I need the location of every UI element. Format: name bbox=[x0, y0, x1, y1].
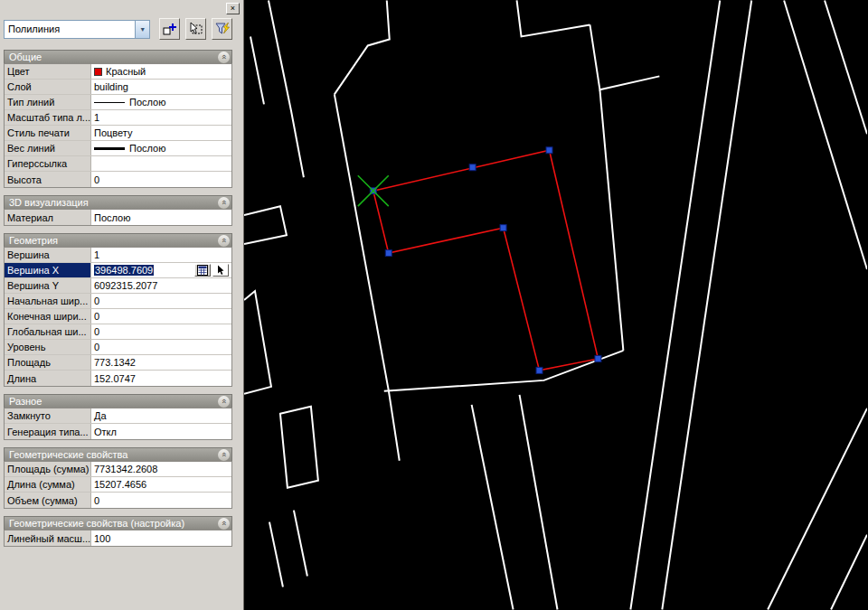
property-value[interactable]: Да bbox=[91, 408, 231, 423]
property-row[interactable]: Слойbuilding bbox=[5, 80, 231, 95]
property-value[interactable]: 1 bbox=[91, 248, 231, 262]
property-row[interactable]: Площадь (сумма)7731342.2608 bbox=[5, 462, 231, 477]
property-value[interactable]: 7731342.2608 bbox=[91, 462, 231, 476]
property-label[interactable]: Цвет bbox=[5, 64, 91, 79]
property-row[interactable]: Конечная шири...0 bbox=[5, 309, 231, 324]
property-row[interactable]: Глобальная ши...0 bbox=[5, 324, 231, 340]
property-label[interactable]: Стиль печати bbox=[5, 126, 91, 140]
property-label[interactable]: Замкнуто bbox=[5, 408, 91, 423]
cad-drawing bbox=[244, 0, 867, 610]
property-label[interactable]: Гиперссылка bbox=[5, 156, 91, 171]
value-text: building bbox=[94, 81, 128, 92]
collapse-chevron-icon[interactable]: « bbox=[218, 197, 230, 209]
property-value[interactable]: Послою bbox=[91, 141, 231, 155]
property-row[interactable]: Площадь773.1342 bbox=[5, 355, 231, 371]
property-label[interactable]: Материал bbox=[5, 210, 91, 225]
property-label[interactable]: Масштаб типа л... bbox=[5, 110, 91, 125]
section-header[interactable]: Геометрические свойства« bbox=[4, 447, 232, 461]
property-value[interactable]: 152.0747 bbox=[91, 371, 231, 386]
property-row[interactable]: Генерация типа...Откл bbox=[5, 424, 231, 439]
quickcalc-button[interactable] bbox=[194, 264, 211, 277]
property-value[interactable]: 100 bbox=[91, 530, 231, 546]
property-value[interactable] bbox=[91, 156, 231, 171]
value-text: 15207.4656 bbox=[94, 479, 146, 490]
property-value[interactable]: Красный bbox=[91, 64, 231, 79]
property-row[interactable]: ЗамкнутоДа bbox=[5, 408, 231, 424]
property-label[interactable]: Вершина Y bbox=[5, 278, 91, 293]
section-header[interactable]: Геометрические свойства (настройка)« bbox=[4, 516, 232, 530]
property-label[interactable]: Линейный масш... bbox=[5, 530, 91, 546]
map-line bbox=[825, 0, 867, 134]
property-row[interactable]: Тип линийПослою bbox=[5, 95, 231, 110]
section-header[interactable]: Общие« bbox=[4, 50, 232, 63]
property-value[interactable]: 0 bbox=[91, 340, 231, 354]
property-label[interactable]: Площадь (сумма) bbox=[5, 462, 91, 476]
property-row[interactable]: Начальная шир...0 bbox=[5, 294, 231, 309]
collapse-chevron-icon[interactable]: « bbox=[218, 449, 230, 461]
object-type-select[interactable]: Полилиния ▼ bbox=[4, 20, 150, 39]
close-button[interactable]: × bbox=[226, 3, 240, 14]
property-value[interactable]: 773.1342 bbox=[91, 355, 231, 370]
property-value[interactable]: Откл bbox=[91, 424, 231, 439]
section-header[interactable]: 3D визуализация« bbox=[4, 195, 232, 209]
collapse-chevron-icon[interactable]: « bbox=[218, 518, 230, 530]
property-row[interactable]: Вершина Y6092315.2077 bbox=[5, 278, 231, 294]
property-value[interactable]: 396498.7609 bbox=[91, 263, 231, 277]
collapse-chevron-icon[interactable]: « bbox=[218, 52, 230, 63]
property-value[interactable]: Послою bbox=[91, 210, 231, 225]
select-objects-button[interactable] bbox=[185, 18, 206, 40]
property-label[interactable]: Уровень bbox=[5, 340, 91, 354]
collapse-chevron-icon[interactable]: « bbox=[218, 235, 230, 247]
property-label[interactable]: Длина bbox=[5, 371, 91, 386]
property-label[interactable]: Вершина bbox=[5, 248, 91, 262]
property-value[interactable]: 0 bbox=[91, 172, 231, 187]
property-label[interactable]: Длина (сумма) bbox=[5, 477, 91, 492]
property-value[interactable]: 1 bbox=[91, 110, 231, 125]
property-row[interactable]: Уровень0 bbox=[5, 340, 231, 355]
pick-point-button[interactable] bbox=[212, 264, 229, 277]
value-text: Послою bbox=[94, 212, 130, 223]
property-value[interactable]: 0 bbox=[91, 309, 231, 324]
property-value[interactable]: 0 bbox=[91, 324, 231, 339]
property-label[interactable]: Высота bbox=[5, 172, 91, 187]
section-header[interactable]: Разное« bbox=[4, 394, 232, 408]
palette-sections: Общие«ЦветКрасныйСлойbuildingТип линийПо… bbox=[4, 50, 232, 547]
property-row[interactable]: Вершина1 bbox=[5, 248, 231, 263]
property-label[interactable]: Глобальная ши... bbox=[5, 324, 91, 339]
property-label[interactable]: Конечная шири... bbox=[5, 309, 91, 324]
property-row[interactable]: Высота0 bbox=[5, 172, 231, 187]
property-row[interactable]: Линейный масш...100 bbox=[5, 530, 231, 546]
property-value[interactable]: 0 bbox=[91, 294, 231, 308]
section-header[interactable]: Геометрия« bbox=[4, 233, 232, 247]
property-row[interactable]: Длина152.0747 bbox=[5, 371, 231, 386]
property-row[interactable]: МатериалПослою bbox=[5, 210, 231, 225]
select-objects-icon bbox=[188, 22, 203, 36]
property-label[interactable]: Тип линий bbox=[5, 95, 91, 109]
property-label[interactable]: Объем (сумма) bbox=[5, 493, 91, 508]
property-row[interactable]: Масштаб типа л...1 bbox=[5, 110, 231, 126]
property-label[interactable]: Вершина X bbox=[5, 263, 91, 277]
collapse-chevron-icon[interactable]: « bbox=[218, 396, 230, 408]
property-row[interactable]: Гиперссылка bbox=[5, 156, 231, 172]
property-row[interactable]: Вершина X396498.7609 bbox=[5, 263, 231, 278]
property-value[interactable]: building bbox=[91, 80, 231, 94]
property-value[interactable]: Послою bbox=[91, 95, 231, 109]
toggle-pickadd-button[interactable] bbox=[159, 18, 180, 40]
property-value[interactable]: 0 bbox=[91, 493, 231, 508]
property-row[interactable]: Вес линийПослою bbox=[5, 141, 231, 156]
drawing-canvas[interactable] bbox=[244, 0, 868, 610]
property-value[interactable]: Поцвету bbox=[91, 126, 231, 140]
property-value[interactable]: 6092315.2077 bbox=[91, 278, 231, 293]
property-row[interactable]: Стиль печатиПоцвету bbox=[5, 126, 231, 141]
chevron-down-icon[interactable]: ▼ bbox=[135, 21, 149, 38]
property-label[interactable]: Площадь bbox=[5, 355, 91, 370]
property-row[interactable]: Длина (сумма)15207.4656 bbox=[5, 477, 231, 493]
property-label[interactable]: Начальная шир... bbox=[5, 294, 91, 308]
property-label[interactable]: Слой bbox=[5, 80, 91, 94]
property-label[interactable]: Генерация типа... bbox=[5, 424, 91, 439]
property-row[interactable]: Объем (сумма)0 bbox=[5, 493, 231, 508]
property-row[interactable]: ЦветКрасный bbox=[5, 64, 231, 80]
quick-select-button[interactable] bbox=[212, 18, 232, 40]
property-label[interactable]: Вес линий bbox=[5, 141, 91, 155]
property-value[interactable]: 15207.4656 bbox=[91, 477, 231, 492]
